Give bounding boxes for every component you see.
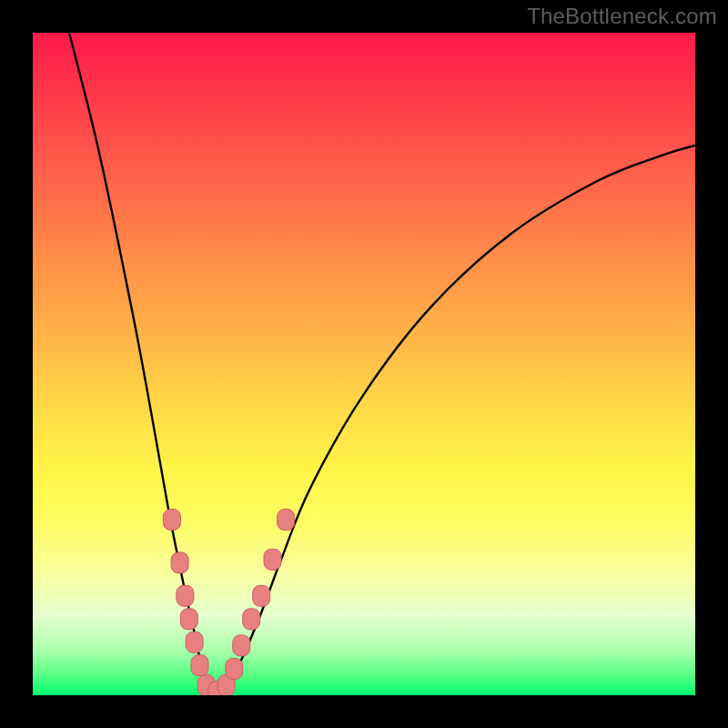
curve-marker	[278, 510, 295, 531]
curve-marker	[171, 552, 188, 573]
curve-marker	[264, 549, 281, 570]
bottleneck-curve	[69, 33, 695, 692]
curve-marker	[243, 609, 260, 630]
curve-marker	[186, 632, 203, 652]
curve-marker	[253, 585, 270, 606]
curve-marker	[233, 635, 250, 656]
curve-marker	[191, 655, 208, 676]
plot-area	[33, 33, 695, 695]
outer-frame: TheBottleneck.com	[0, 0, 728, 728]
curve-layer	[69, 33, 695, 692]
curve-marker	[177, 585, 194, 606]
chart-svg	[33, 33, 695, 695]
curve-marker	[226, 658, 243, 679]
curve-marker	[163, 510, 180, 531]
curve-marker	[180, 609, 197, 630]
marker-layer	[163, 510, 294, 695]
watermark-text: TheBottleneck.com	[527, 4, 717, 29]
